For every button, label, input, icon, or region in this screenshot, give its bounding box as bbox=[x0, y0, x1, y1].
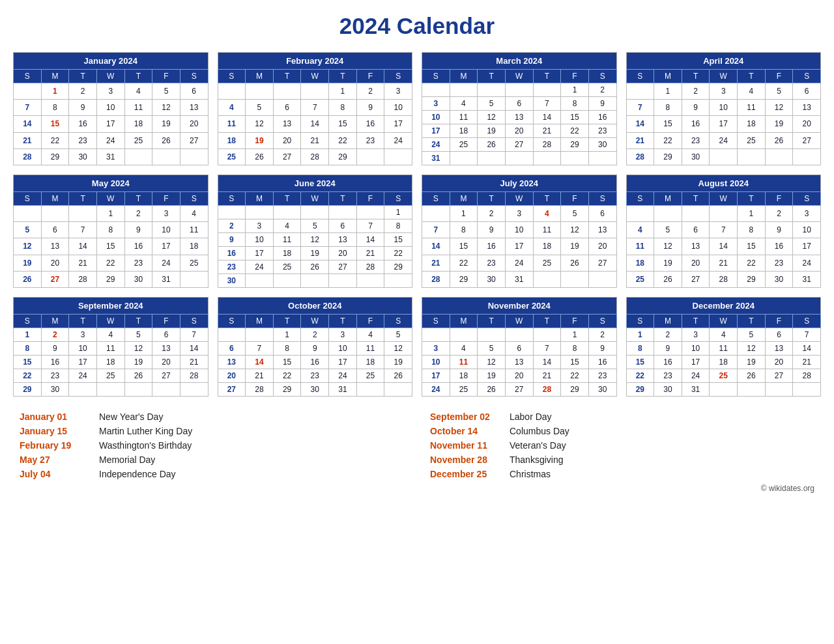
calendar-day bbox=[793, 148, 821, 165]
calendar-day bbox=[533, 271, 561, 287]
calendar-day: 17 bbox=[96, 116, 124, 132]
calendar-day: 23 bbox=[301, 369, 329, 383]
day-header: S bbox=[588, 192, 616, 206]
calendar-day: 21 bbox=[246, 369, 274, 383]
calendar-day: 2 bbox=[218, 219, 246, 233]
day-header: T bbox=[533, 192, 561, 206]
day-header: F bbox=[765, 70, 793, 83]
calendar-day bbox=[450, 328, 478, 342]
calendar-day bbox=[384, 383, 412, 397]
calendar-day: 24 bbox=[682, 369, 710, 383]
calendar-day: 30 bbox=[654, 383, 682, 397]
calendar-day: 18 bbox=[533, 238, 561, 255]
calendar-day: 4 bbox=[96, 328, 124, 342]
calendar-day: 22 bbox=[561, 124, 589, 138]
day-header: T bbox=[124, 70, 152, 83]
calendar-day: 15 bbox=[41, 116, 69, 132]
calendar-day: 8 bbox=[450, 222, 478, 238]
month-name: October 2024 bbox=[218, 298, 412, 315]
calendar-day: 4 bbox=[710, 328, 738, 342]
calendar-day: 27 bbox=[180, 132, 208, 148]
day-header: M bbox=[246, 70, 274, 83]
day-header: M bbox=[246, 192, 274, 206]
calendar-day bbox=[561, 271, 589, 287]
calendar-day: 5 bbox=[478, 342, 506, 356]
day-header: W bbox=[505, 315, 533, 328]
day-header: W bbox=[505, 192, 533, 206]
calendar-day: 5 bbox=[384, 328, 412, 342]
calendar-day: 9 bbox=[478, 222, 506, 238]
calendar-day: 29 bbox=[329, 148, 357, 165]
calendar-day bbox=[478, 328, 506, 342]
calendar-day bbox=[738, 383, 766, 397]
calendar-day: 30 bbox=[124, 271, 152, 287]
calendar-day: 29 bbox=[14, 383, 42, 397]
calendar-day: 23 bbox=[765, 255, 793, 271]
calendar-day: 1 bbox=[450, 206, 478, 222]
calendar-day: 5 bbox=[738, 328, 766, 342]
calendar-day: 1 bbox=[96, 206, 124, 222]
calendar-day: 25 bbox=[124, 132, 152, 148]
calendar-day bbox=[273, 274, 301, 288]
calendar-day: 12 bbox=[301, 233, 329, 247]
day-header: T bbox=[69, 70, 97, 83]
calendar-day: 17 bbox=[793, 238, 821, 255]
calendar-day: 10 bbox=[96, 100, 124, 116]
day-header: M bbox=[41, 192, 69, 206]
month-5: May 2024SMTWTFS1234567891011121314151617… bbox=[13, 175, 208, 288]
calendar-day: 18 bbox=[738, 116, 766, 132]
calendar-day: 26 bbox=[478, 138, 506, 152]
calendar-day: 1 bbox=[384, 206, 412, 219]
calendar-day: 6 bbox=[588, 206, 616, 222]
calendar-day: 21 bbox=[14, 132, 42, 148]
month-6: June 2024SMTWTFS123456789101112131415161… bbox=[218, 175, 413, 288]
calendar-day: 18 bbox=[96, 356, 124, 369]
day-header: S bbox=[626, 192, 654, 206]
calendar-day: 27 bbox=[765, 369, 793, 383]
calendar-day: 26 bbox=[152, 132, 180, 148]
holidays-right: September 02Labor DayOctober 14Columbus … bbox=[430, 410, 814, 481]
calendar-day: 15 bbox=[738, 238, 766, 255]
day-header: T bbox=[682, 70, 710, 83]
holiday-row: November 28Thanksgiving bbox=[430, 453, 814, 467]
calendar-day: 16 bbox=[356, 116, 384, 132]
holiday-name: New Year's Day bbox=[99, 412, 163, 422]
calendar-day bbox=[682, 206, 710, 222]
calendar-day: 29 bbox=[654, 148, 682, 165]
calendar-day: 1 bbox=[14, 328, 42, 342]
calendar-day bbox=[218, 328, 246, 342]
calendar-day: 14 bbox=[626, 116, 654, 132]
month-name: November 2024 bbox=[422, 298, 617, 315]
month-name: August 2024 bbox=[626, 175, 821, 192]
calendar-day: 28 bbox=[710, 271, 738, 287]
calendar-day bbox=[246, 328, 274, 342]
calendar-day: 5 bbox=[654, 222, 682, 238]
month-name: December 2024 bbox=[626, 298, 821, 315]
calendar-day bbox=[626, 83, 654, 100]
calendar-day bbox=[384, 148, 412, 165]
calendar-day: 30 bbox=[588, 383, 616, 397]
calendar-day: 12 bbox=[478, 111, 506, 124]
calendar-day: 22 bbox=[273, 369, 301, 383]
day-header: F bbox=[356, 70, 384, 83]
calendar-day: 28 bbox=[533, 383, 561, 397]
day-header: W bbox=[710, 70, 738, 83]
month-3: March 2024SMTWTFS12345678910111213141516… bbox=[422, 52, 617, 165]
calendar-day: 29 bbox=[626, 383, 654, 397]
calendar-day: 8 bbox=[561, 342, 589, 356]
day-header: T bbox=[533, 70, 561, 83]
calendar-day bbox=[329, 206, 357, 219]
calendar-day: 6 bbox=[505, 342, 533, 356]
calendar-day: 21 bbox=[301, 132, 329, 148]
calendar-day bbox=[69, 206, 97, 222]
calendar-day: 19 bbox=[765, 116, 793, 132]
calendar-day: 14 bbox=[14, 116, 42, 132]
day-header: T bbox=[682, 315, 710, 328]
holiday-date: November 11 bbox=[430, 440, 502, 451]
holiday-row: May 27Memorial Day bbox=[20, 453, 404, 467]
calendar-day: 25 bbox=[218, 148, 246, 165]
calendar-day: 14 bbox=[533, 111, 561, 124]
calendar-day: 7 bbox=[793, 328, 821, 342]
calendar-day: 20 bbox=[588, 238, 616, 255]
calendar-day: 28 bbox=[180, 369, 208, 383]
